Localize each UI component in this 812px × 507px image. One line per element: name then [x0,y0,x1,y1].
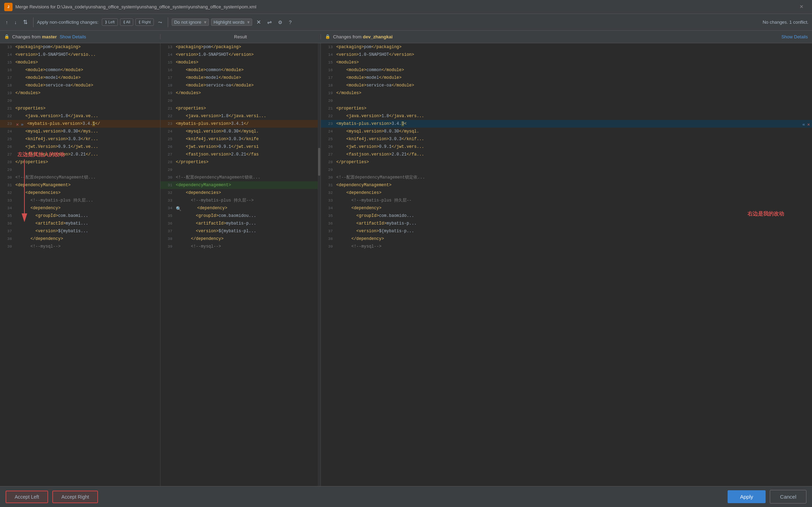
right-line-36: 36 <artifactId>mybatis-p... [321,220,812,227]
right-line-16: 16 <module>common</module> [321,66,812,74]
status-text: No changes. 1 conflict. [762,20,809,25]
right-line-39: 39 <!--mysql--> [321,243,812,250]
left-line-17: 17 <module>model</module> [0,74,160,82]
right-line-18: 18 <module>service-oa</module> [321,82,812,89]
center-panel-header: Result [160,34,321,39]
center-line-36: 36 <artifactId>mybatis-p... [160,220,321,227]
center-line-29: 29 [160,166,321,174]
right-line-13: 13<packaging>pom</packaging> [321,43,812,51]
center-line-13: 13<packaging>pom</packaging> [160,43,321,51]
center-line-32: 32 <dependencies> [160,189,321,197]
center-scrollbar[interactable] [318,43,321,486]
right-line-30: 30<!--配置dependencyManagement锁定依... [321,174,812,181]
toolbar: ↑ ↓ ⇅ Apply non-conflicting changes: ⟫ L… [0,14,812,31]
apply-left-button[interactable]: ⟫ Left [102,18,118,26]
left-line-13: 13<packaging>pom</packaging> [0,43,160,51]
right-line-21: 21<properties> [321,105,812,112]
clear-button[interactable]: ✕ [254,17,263,27]
center-line-15: 15<modules> [160,59,321,66]
apply-label: Apply non-conflicting changes: [37,20,98,25]
right-line-19: 19</modules> [321,89,812,97]
left-line-16: 16 <module>common</module> [0,66,160,74]
left-line-31: 31<dependencyManagement> [0,181,160,189]
center-line-27: 27 <fastjson.version>2.0.21</fas [160,151,321,158]
right-line-33: 33 <!--mybatis-plus 持久层-- [321,197,812,204]
navigate-down-button[interactable]: ↓ [12,18,19,27]
navigate-up-button[interactable]: ↑ [3,18,10,27]
center-line-34: 34 🔍 <dependency> [160,204,321,212]
left-line-26: 26 <jwt.Version>0.9.1</jwt.ve... [0,143,160,151]
apply-all-button[interactable]: ⟪ All [120,18,134,26]
right-line-26: 26 <jwt.version>0.9.1</jwt.vers... [321,143,812,151]
right-code-panel: 13<packaging>pom</packaging> 14<version>… [321,43,812,486]
left-code-panel: 13<packaging>pom</packaging> 14<version>… [0,43,160,486]
right-line-35: 35 <groupId>com.baomido... [321,212,812,220]
center-line-25: 25 <knife4j.version>3.0.3</knife [160,135,321,143]
help-button[interactable]: ? [287,18,294,27]
left-line-23-conflict: 23 ✕ » <mybatis-plus.version>3.4.1</ [0,120,160,128]
cancel-button[interactable]: Cancel [770,490,806,504]
left-panel-header: 🔒 Changes from master Show Details [0,34,160,39]
title-bar: J Merge Revisions for D:\Java_code\yunsh… [0,0,812,14]
left-line-25: 25 <knife4j.version>3.0.3</kr... [0,135,160,143]
right-reject-icon[interactable]: ✕ [806,121,811,129]
apply-right-button[interactable]: ⟪ Right [135,18,154,26]
center-line-21: 21<properties> [160,105,321,112]
left-line-39: 39 <!--mysql--> [0,243,160,250]
window-title: Merge Revisions for D:\Java_code\yunshan… [15,4,256,9]
left-line-38: 38 </dependency> [0,235,160,243]
left-line-21: 21<properties> [0,105,160,112]
ignore-dropdown[interactable]: Do not ignore ▾ [172,18,209,26]
highlight-words-dropdown[interactable]: Highlight words ▾ [211,18,252,26]
accept-right-button[interactable]: Accept Right [52,491,98,503]
right-lock-icon: 🔒 [325,34,330,39]
center-line-33: 33 <!--mybatis-plus 持久层--> [160,197,321,204]
left-line-34: 34 <dependency> [0,204,160,212]
left-show-details-button[interactable]: Show Details [60,34,86,39]
right-line-34: 34 <dependency> [321,204,812,212]
apply-button[interactable]: Apply [728,490,766,503]
accept-left-button[interactable]: Accept Left [6,491,48,503]
center-line-17: 17 <module>model</module> [160,74,321,82]
settings-button[interactable]: ⚙ [276,18,285,27]
right-show-details-button[interactable]: Show Details [781,34,808,39]
right-line-22: 22 <java.version>1.8</java.vers... [321,112,812,120]
left-accept-icon[interactable]: » [20,121,24,129]
center-line-38: 38 </dependency> [160,235,321,243]
close-button[interactable]: × [797,2,806,12]
right-line-37: 37 <version>${mybatis-p... [321,227,812,235]
arrow-right-button[interactable]: ⤳ [156,18,164,27]
swap-button[interactable]: ⇌ [265,17,274,27]
left-line-28: 28</properties> [0,158,160,166]
right-line-23-conflict: 23 « ✕ <mybatis-plus.version>3.4.3< [321,120,812,128]
right-line-38: 38 </dependency> [321,235,812,243]
center-line-30: 30<!--配置dependencyManagement锁依... [160,174,321,181]
center-code-panel: 13<packaging>pom</packaging> 14<version>… [160,43,321,486]
left-line-30: 30<!--配置dependencyManagement锁... [0,174,160,181]
left-reject-icon[interactable]: ✕ [15,121,20,129]
right-line-20: 20 [321,97,812,105]
center-line-31-added: 31<dependencyManagement> [160,181,321,189]
center-line-20: 20 [160,97,321,105]
left-line-18: 18 <module>service-oa</module> [0,82,160,89]
right-line-17: 17 <module>model</module> [321,74,812,82]
right-accept-icon[interactable]: « [802,121,806,129]
right-line-31: 31<dependencyManagement> [321,181,812,189]
separator-2 [168,17,168,27]
left-line-20: 20 [0,97,160,105]
panel-headers: 🔒 Changes from master Show Details Resul… [0,31,812,43]
right-panel-header: 🔒 Changes from dev_zhangkai Show Details [321,34,812,39]
left-line-27: 27 <fastjson.version>2.0.21</... [0,151,160,158]
left-panel-title: Changes from master [12,34,57,39]
left-line-29: 29 [0,166,160,174]
left-line-36: 36 <artifactId>mybati... [0,220,160,227]
sync-scroll-button[interactable]: ⇅ [21,17,30,27]
center-line-22: 22 <java.version>1.8</java.versi... [160,112,321,120]
left-line-35: 35 <groupId>com.baomi... [0,212,160,220]
left-line-14: 14<version>1.0-SNAPSHOT</versio... [0,51,160,59]
center-line-18: 18 <module>service-oa</module> [160,82,321,89]
right-line-25: 25 <knife4j.version>3.0.3</knif... [321,135,812,143]
center-line-16: 16 <module>common</module> [160,66,321,74]
center-line-39: 39 <!--mysql--> [160,243,321,250]
center-line-23-conflict: 23 <mybatis-plus.version>3.4.1</ [160,120,321,128]
